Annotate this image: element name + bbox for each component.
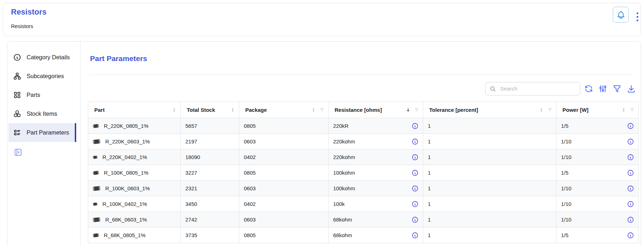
sidebar-item-parts[interactable]: Parts (9, 86, 76, 104)
column-filter-icon[interactable] (629, 107, 635, 113)
resistance-cell: 100kohm (329, 181, 423, 196)
info-circle-icon[interactable] (411, 216, 419, 223)
kebab-menu-icon[interactable] (634, 10, 641, 24)
info-circle-icon[interactable] (411, 185, 419, 192)
part-parameters-table: PartTotal StockPackageResistance [ohms]T… (88, 102, 639, 243)
part-thumbnail (93, 124, 99, 128)
info-circle-icon[interactable] (627, 201, 634, 208)
column-header: Part (88, 102, 181, 118)
power-cell: 1/5 (556, 118, 639, 134)
sort-toggle-icon[interactable] (230, 107, 235, 113)
resistance-cell: 68kohm (329, 228, 423, 243)
info-circle-icon[interactable] (627, 138, 634, 145)
table-toolbar (584, 84, 636, 93)
total-stock-cell: 3735 (181, 228, 239, 243)
package-cell: 0805 (239, 118, 329, 134)
info-circle-icon[interactable] (627, 216, 634, 223)
table-row[interactable]: R_68K_0603_1%2742060368kohm11/10 (88, 212, 639, 228)
part-cell: R_68K_0603_1% (88, 212, 181, 228)
power-cell: 1/10 (556, 134, 639, 149)
info-circle-icon[interactable] (627, 169, 634, 176)
info-circle-icon[interactable] (411, 169, 419, 176)
column-header-label: Part (94, 107, 105, 113)
refresh-icon[interactable] (584, 84, 593, 93)
package-cell: 0402 (239, 196, 329, 212)
part-name: R_68K_0805_1% (104, 232, 146, 238)
table-row[interactable]: R_100K_0805_1%32270805100kohm11/5 (88, 165, 639, 181)
power-value: 1/10 (561, 217, 571, 223)
column-header-label: Package (245, 107, 267, 113)
adjustments-icon[interactable] (598, 84, 607, 93)
total-stock-cell: 2742 (181, 212, 239, 228)
power-value: 1/5 (561, 232, 569, 238)
download-icon[interactable] (627, 84, 636, 93)
info-circle-icon[interactable] (411, 138, 419, 145)
table-search (485, 82, 580, 95)
sidebar-item-subcategories[interactable]: Subcategories (9, 67, 76, 86)
power-cell: 1/5 (556, 165, 639, 181)
resistance-value: 220kohm (333, 138, 355, 144)
power-cell: 1/10 (556, 181, 639, 196)
info-circle-icon[interactable] (627, 185, 634, 192)
breadcrumb[interactable]: Resistors (11, 23, 33, 29)
filter-icon[interactable] (612, 84, 622, 93)
part-name: R_220K_0805_1% (104, 123, 149, 129)
info-circle-icon[interactable] (627, 122, 634, 130)
sort-desc-icon[interactable] (405, 107, 411, 113)
resistance-value: 220kR (333, 123, 348, 129)
table-body: R_220K_0805_1%56570805220kR11/5R_220K_06… (88, 118, 639, 243)
power-value: 1/5 (561, 170, 569, 176)
sidebar-item-label: Category Details (27, 54, 70, 61)
tolerance-cell: 1 (423, 196, 556, 212)
sitemap-icon (13, 72, 21, 80)
part-thumbnail (93, 139, 100, 144)
sidebar-item-label: Part Parameters (27, 129, 69, 136)
table-row[interactable]: R_220K_0805_1%56570805220kR11/5 (88, 118, 639, 134)
table-row[interactable]: R_68K_0805_1%3735080568kohm11/5 (88, 228, 639, 243)
resistance-cell: 68kohm (329, 212, 423, 228)
search-input[interactable] (499, 85, 576, 92)
sort-toggle-icon[interactable] (621, 107, 626, 113)
sidebar-collapse-icon[interactable] (13, 148, 23, 157)
part-cell: R_220K_0805_1% (88, 118, 181, 134)
sidebar-item-category-details[interactable]: Category Details (9, 48, 76, 67)
info-circle-icon (13, 53, 21, 61)
info-circle-icon[interactable] (411, 232, 419, 239)
column-header: Power [W] (556, 102, 639, 118)
info-circle-icon[interactable] (627, 232, 634, 239)
part-cell: R_100K_0805_1% (88, 165, 181, 181)
table-row[interactable]: R_100K_0402_1%34500402100k11/10 (88, 196, 639, 212)
column-filter-icon[interactable] (319, 107, 325, 113)
table-row[interactable]: R_220K_0603_1%21970603220kohm11/10 (88, 134, 639, 149)
tolerance-cell: 1 (423, 181, 556, 196)
sort-toggle-icon[interactable] (311, 107, 316, 113)
column-filter-icon[interactable] (414, 107, 419, 113)
part-cell: R_100K_0402_1% (88, 196, 181, 212)
total-stock-cell: 3227 (181, 165, 239, 181)
sidebar-item-part-parameters[interactable]: Part Parameters (9, 123, 76, 142)
part-thumbnail (93, 155, 98, 159)
notifications-button[interactable] (613, 7, 629, 23)
power-value: 1/10 (561, 154, 571, 160)
sidebar-item-stock-items[interactable]: Stock Items (9, 104, 76, 123)
sidebar-item-label: Parts (27, 92, 40, 98)
sort-toggle-icon[interactable] (539, 107, 544, 113)
resistance-value: 100k (333, 201, 345, 207)
power-cell: 1/10 (556, 196, 639, 212)
page-title: Resistors (11, 7, 46, 17)
part-thumbnail (93, 233, 99, 237)
table-row[interactable]: R_220K_0402_1%180900402220kohm11/10 (88, 149, 639, 165)
part-cell: R_220K_0402_1% (88, 149, 181, 165)
column-filter-icon[interactable] (547, 107, 553, 113)
info-circle-icon[interactable] (411, 201, 419, 208)
info-circle-icon[interactable] (411, 122, 419, 130)
part-cell: R_100K_0603_1% (88, 181, 181, 196)
info-circle-icon[interactable] (411, 154, 419, 161)
resistance-cell: 220kohm (329, 149, 423, 165)
part-name: R_68K_0603_1% (105, 217, 147, 223)
power-value: 1/5 (561, 123, 569, 129)
sort-toggle-icon[interactable] (172, 107, 177, 113)
info-circle-icon[interactable] (627, 154, 634, 161)
resistance-value: 100kohm (333, 185, 355, 191)
table-row[interactable]: R_100K_0603_1%23210603100kohm11/10 (88, 181, 639, 196)
